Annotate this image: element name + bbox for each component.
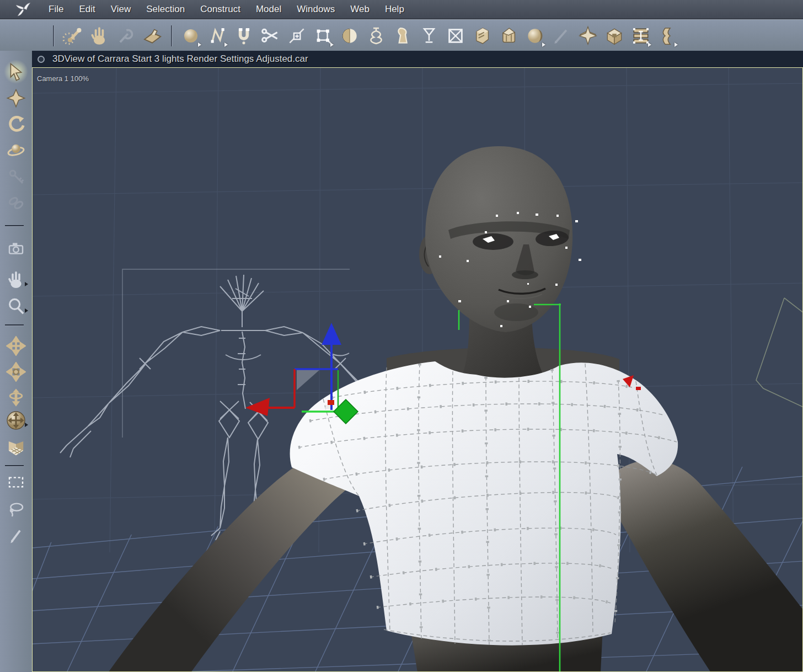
animation-key-icon[interactable] (4, 164, 28, 189)
spine-shape-icon[interactable] (656, 24, 678, 48)
tool-palette (0, 51, 33, 672)
pan-hand-icon[interactable] (4, 268, 28, 292)
menu-bar: File Edit View Selection Construct Model… (0, 0, 803, 19)
menu-help[interactable]: Help (377, 4, 412, 15)
goblet-icon[interactable] (418, 24, 440, 48)
lasso-icon[interactable] (4, 498, 28, 522)
add-point-icon[interactable] (286, 24, 308, 48)
sphere-deform-icon[interactable] (524, 24, 546, 48)
rotate-icon[interactable] (4, 112, 28, 136)
menu-edit[interactable]: Edit (71, 4, 103, 15)
menu-view[interactable]: View (103, 4, 139, 15)
palette-divider (5, 324, 24, 326)
sphere-primitive-icon[interactable] (180, 24, 202, 48)
menu-model[interactable]: Model (248, 4, 289, 15)
dolly-vertical-icon[interactable] (4, 385, 28, 409)
hand-tool-icon[interactable] (88, 24, 110, 48)
scale-icon[interactable] (4, 138, 28, 162)
bend-block-icon[interactable] (603, 24, 625, 48)
transform-rectangle-icon[interactable] (312, 24, 334, 48)
view-titlebar[interactable]: 3DView of Carrara Start 3 lights Render … (32, 51, 803, 68)
menu-windows[interactable]: Windows (289, 4, 342, 15)
zoom-magnifier-icon[interactable] (4, 294, 28, 318)
spline-icon[interactable] (206, 24, 228, 48)
view-title: 3DView of Carrara Start 3 lights Render … (52, 54, 308, 65)
dolly-pan-icon[interactable] (4, 360, 28, 384)
work-area: 3DView of Carrara Start 3 lights Render … (0, 51, 803, 672)
satchel-icon[interactable] (497, 24, 520, 48)
window-toggle-icon[interactable] (38, 56, 45, 63)
view-window: 3DView of Carrara Start 3 lights Render … (32, 51, 803, 672)
paintbrush-icon[interactable] (4, 523, 28, 547)
lathe-vase-icon[interactable] (365, 24, 387, 48)
carrara-window: File Edit View Selection Construct Model… (0, 0, 803, 672)
camera-label: Camera 1 100% (37, 74, 89, 83)
text-block-icon[interactable] (471, 24, 493, 48)
star-plate-icon[interactable] (577, 24, 599, 48)
half-sphere-icon[interactable] (339, 24, 361, 48)
stamp-icon[interactable] (141, 24, 163, 48)
trackball-rotate-icon[interactable] (4, 408, 28, 433)
menu-file[interactable]: File (41, 4, 71, 15)
render-camera-icon[interactable] (4, 236, 28, 260)
viewport-3d[interactable]: Camera 1 100% (32, 67, 803, 672)
palette-divider (5, 225, 24, 226)
select-arrow-icon[interactable] (4, 60, 28, 84)
menu-construct[interactable]: Construct (192, 4, 248, 15)
scissors-icon[interactable] (259, 24, 281, 48)
menu-web[interactable]: Web (342, 4, 377, 15)
scene-canvas[interactable] (33, 68, 802, 671)
link-icon[interactable] (4, 191, 28, 215)
bone-rig-icon[interactable] (62, 24, 84, 48)
extrude-shape-icon[interactable] (392, 24, 414, 48)
rectangular-marquee-icon[interactable] (4, 470, 28, 494)
main-toolbar (0, 19, 803, 52)
alignment-grid-icon[interactable] (630, 24, 652, 48)
delete-box-icon[interactable] (445, 24, 467, 48)
palette-divider (5, 465, 24, 466)
wrench-icon[interactable] (115, 24, 137, 48)
toolbar-divider (171, 25, 172, 46)
carrara-logo-icon (14, 1, 33, 18)
universal-manipulator-icon[interactable] (4, 86, 28, 110)
pen-icon[interactable] (550, 24, 572, 48)
menu-selection[interactable]: Selection (138, 4, 192, 15)
magnet-icon[interactable] (233, 24, 255, 48)
dolly-icon[interactable] (4, 334, 28, 358)
scene-corner-icon[interactable] (4, 436, 28, 460)
toolbar-divider (53, 25, 54, 46)
